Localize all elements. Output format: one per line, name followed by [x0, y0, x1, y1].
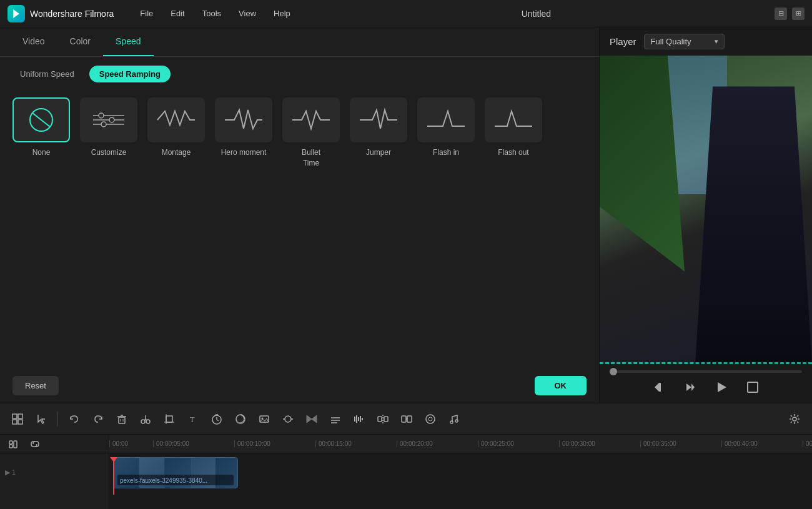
- add-track-button[interactable]: [6, 437, 21, 452]
- sticker-icon: [425, 413, 436, 425]
- svg-point-62: [455, 420, 458, 422]
- preset-hero-moment-box[interactable]: [215, 97, 272, 142]
- menu-bar: Wondershare Filmora File Edit Tools View…: [0, 0, 812, 27]
- hero-moment-icon: [222, 106, 265, 134]
- menu-file[interactable]: File: [132, 6, 161, 21]
- timer-icon: [211, 413, 222, 425]
- redo-button[interactable]: [88, 410, 108, 428]
- svg-rect-65: [9, 445, 12, 448]
- clip-label: pexels-fauxels-3249935-3840...: [120, 477, 207, 484]
- progress-bar[interactable]: [610, 370, 802, 373]
- text-button[interactable]: T: [183, 410, 203, 428]
- preset-hero-moment[interactable]: Hero moment: [215, 97, 272, 169]
- tab-video[interactable]: Video: [10, 27, 57, 56]
- play-icon: [715, 380, 728, 394]
- merge-icon: [401, 413, 412, 425]
- reset-button[interactable]: Reset: [12, 376, 59, 395]
- timer-button[interactable]: [207, 410, 227, 428]
- ok-button[interactable]: OK: [535, 376, 587, 395]
- svg-rect-66: [14, 441, 17, 448]
- music-button[interactable]: [444, 410, 464, 428]
- bullet-time-icon: [289, 106, 333, 134]
- preset-montage[interactable]: Montage: [147, 97, 205, 169]
- sub-tab-uniform[interactable]: Uniform Speed: [10, 66, 84, 82]
- preset-jumper-box[interactable]: [350, 97, 407, 142]
- svg-rect-10: [659, 383, 661, 392]
- video-border-bottom: [600, 362, 812, 364]
- preset-flash-out[interactable]: Flash out: [485, 97, 542, 169]
- delete-button[interactable]: [112, 410, 132, 428]
- main-layout: Video Color Speed Uniform Speed Speed Ra…: [0, 27, 812, 403]
- preset-bullet-time-box[interactable]: [282, 97, 340, 142]
- quality-select[interactable]: Full Quality Half Quality Quarter Qualit…: [644, 34, 725, 49]
- settings-icon: [789, 413, 800, 425]
- preset-bullet-time[interactable]: BulletTime: [282, 97, 340, 169]
- preset-flash-in-label: Flash in: [433, 147, 459, 158]
- sticker-button[interactable]: [420, 410, 440, 428]
- preset-flash-in[interactable]: Flash in: [417, 97, 475, 169]
- menu-tools[interactable]: Tools: [195, 6, 229, 21]
- delete-icon: [116, 413, 127, 425]
- track-sidebar: ▶ 1: [0, 435, 109, 509]
- window-minimize-button[interactable]: ⊟: [775, 7, 787, 20]
- svg-line-27: [146, 419, 147, 420]
- speed-button[interactable]: [325, 410, 345, 428]
- cut-button[interactable]: [136, 410, 156, 428]
- window-maximize-button[interactable]: ⊞: [792, 7, 805, 20]
- preset-flash-out-box[interactable]: [485, 97, 542, 142]
- preset-jumper[interactable]: Jumper: [350, 97, 407, 169]
- preset-flash-in-box[interactable]: [417, 97, 475, 142]
- preset-none-label: None: [32, 147, 51, 158]
- player-header: Player Full Quality Half Quality Quarter…: [600, 27, 812, 56]
- crop-button[interactable]: [159, 410, 179, 428]
- transition-button[interactable]: [302, 410, 322, 428]
- ruler-mark-4: 00:00:20:00: [397, 440, 478, 447]
- svg-rect-15: [12, 414, 17, 418]
- timeline-layout-button[interactable]: [7, 410, 27, 428]
- step-back-button[interactable]: [650, 378, 668, 397]
- color-wheel-button[interactable]: [230, 410, 250, 428]
- preset-none-box[interactable]: [12, 97, 70, 142]
- track-area: 00:00 00:00:05:00 00:00:10:00 00:00:15:0…: [109, 435, 812, 509]
- ruler-mark-3: 00:00:15:00: [315, 440, 397, 447]
- svg-rect-54: [384, 417, 388, 422]
- preset-customize-box[interactable]: [80, 97, 137, 142]
- playback-controls: [610, 378, 802, 397]
- audio-button[interactable]: [349, 410, 369, 428]
- play-button[interactable]: [712, 378, 731, 397]
- video-frame: [600, 56, 812, 364]
- menu-view[interactable]: View: [231, 6, 264, 21]
- settings-button[interactable]: [785, 410, 805, 428]
- link-button[interactable]: [27, 437, 42, 452]
- menu-edit[interactable]: Edit: [163, 6, 192, 21]
- video-preview: [600, 56, 812, 364]
- merge-button[interactable]: [397, 410, 417, 428]
- tab-speed[interactable]: Speed: [103, 27, 153, 56]
- tab-color[interactable]: Color: [57, 27, 103, 56]
- svg-marker-9: [655, 383, 659, 392]
- preset-montage-label: Montage: [162, 147, 191, 158]
- fullscreen-button[interactable]: [743, 378, 762, 397]
- keyframe-icon: [282, 413, 294, 425]
- svg-point-8: [101, 122, 106, 127]
- image-button[interactable]: [254, 410, 274, 428]
- progress-dot[interactable]: [610, 368, 617, 375]
- svg-point-7: [109, 117, 114, 122]
- undo-button[interactable]: [64, 410, 84, 428]
- timeline-select-button[interactable]: [31, 410, 51, 428]
- quality-select-wrapper[interactable]: Full Quality Half Quality Quarter Qualit…: [644, 34, 725, 49]
- keyframe-button[interactable]: [278, 410, 298, 428]
- sub-tab-ramping[interactable]: Speed Ramping: [89, 66, 171, 82]
- preset-customize[interactable]: Customize: [80, 97, 137, 169]
- menu-help[interactable]: Help: [266, 6, 298, 21]
- preset-montage-box[interactable]: [147, 97, 205, 142]
- ruler-mark-6: 00:00:30:00: [559, 440, 640, 447]
- video-clip[interactable]: pexels-fauxels-3249935-3840...: [113, 457, 238, 488]
- svg-point-40: [285, 416, 291, 422]
- left-panel: Video Color Speed Uniform Speed Speed Ra…: [0, 27, 600, 403]
- preset-none[interactable]: None: [12, 97, 70, 169]
- split-button[interactable]: [373, 410, 393, 428]
- svg-line-35: [217, 420, 219, 421]
- step-forward-button[interactable]: [681, 378, 700, 397]
- playhead[interactable]: [113, 457, 114, 495]
